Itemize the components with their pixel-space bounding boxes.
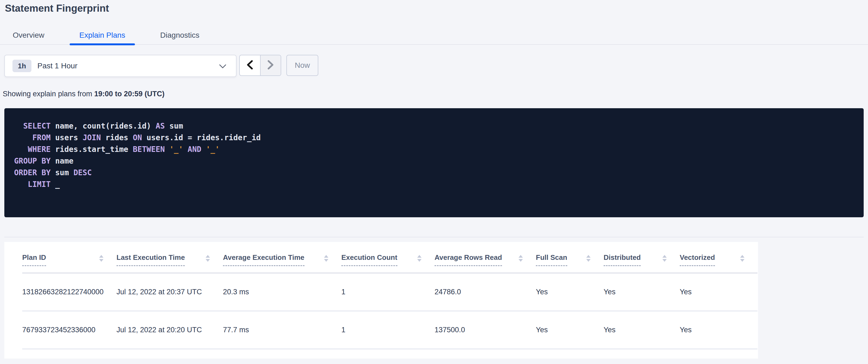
tab-explain-plans-label: Explain Plans <box>80 31 125 39</box>
sql-statement-block: SELECT name, count(rides.id) AS sum FROM… <box>4 108 864 217</box>
table-cell: Yes <box>536 311 603 349</box>
tabs-bar: Overview Explain Plans Diagnostics <box>0 26 868 45</box>
previous-range-button[interactable] <box>240 55 260 76</box>
table-cell: 24786.0 <box>435 273 536 311</box>
time-range-selected: Past 1 Hour <box>37 62 78 70</box>
sort-icon <box>324 255 328 262</box>
table-cell: Yes <box>536 273 603 311</box>
column-header-vectorized[interactable]: Vectorized <box>680 242 757 273</box>
sql-code-line: ORDER BY sum DESC <box>14 167 856 178</box>
sql-code-line: LIMIT _ <box>14 178 856 190</box>
showing-range-value: 19:00 to 20:59 (UTC) <box>94 90 165 98</box>
showing-range-prefix: Showing explain plans from <box>3 90 94 98</box>
table-cell: Yes <box>680 311 757 349</box>
column-header-execution-count[interactable]: Execution Count <box>341 242 435 273</box>
chevron-left-icon <box>247 60 253 71</box>
column-header-label: Execution Count <box>341 253 397 266</box>
table-row: 767933723452336000Jul 12, 2022 at 20:20 … <box>22 311 757 349</box>
plan-id-cell: 767933723452336000 <box>22 311 117 349</box>
tab-explain-plans[interactable]: Explain Plans <box>70 26 135 44</box>
sort-icon <box>740 255 744 262</box>
table-cell: Jul 12, 2022 at 20:20 UTC <box>117 311 223 349</box>
table-cell: 1 <box>341 273 435 311</box>
column-header-distributed[interactable]: Distributed <box>603 242 680 273</box>
tab-overview-label: Overview <box>13 31 44 39</box>
table-cell: Yes <box>603 273 680 311</box>
table-header-row: Plan IDLast Execution TimeAverage Execut… <box>22 242 757 273</box>
time-range-badge: 1h <box>12 60 31 72</box>
tab-overview[interactable]: Overview <box>3 26 54 44</box>
sql-code-line: SELECT name, count(rides.id) AS sum <box>14 120 856 132</box>
now-button-label: Now <box>295 61 310 70</box>
now-button[interactable]: Now <box>286 55 318 76</box>
column-header-label: Full Scan <box>536 253 567 266</box>
column-header-average-rows-read[interactable]: Average Rows Read <box>435 242 536 273</box>
showing-range-text: Showing explain plans from 19:00 to 20:5… <box>3 89 868 99</box>
sql-code-line: WHERE rides.start_time BETWEEN '_' AND '… <box>14 143 856 155</box>
sort-icon <box>586 255 591 262</box>
plan-id-cell: 13182663282122740000 <box>22 273 117 311</box>
explain-plans-table-card: Plan IDLast Execution TimeAverage Execut… <box>4 242 758 359</box>
chevron-right-icon <box>268 60 274 71</box>
next-range-button[interactable] <box>260 55 281 76</box>
section-divider <box>4 237 864 237</box>
column-header-plan-id[interactable]: Plan ID <box>22 242 117 273</box>
column-header-last-execution-time[interactable]: Last Execution Time <box>117 242 223 273</box>
table-cell: 137500.0 <box>435 311 536 349</box>
sql-code-line: FROM users JOIN rides ON users.id = ride… <box>14 132 856 143</box>
column-header-label: Average Rows Read <box>435 253 502 266</box>
column-header-label: Distributed <box>603 253 641 266</box>
sort-icon <box>206 255 210 262</box>
table-cell: 77.7 ms <box>223 311 341 349</box>
column-header-label: Vectorized <box>680 253 715 266</box>
chevron-down-icon <box>219 64 226 70</box>
column-header-full-scan[interactable]: Full Scan <box>536 242 603 273</box>
sort-icon <box>662 255 667 262</box>
table-cell: Yes <box>603 311 680 349</box>
explain-plans-table: Plan IDLast Execution TimeAverage Execut… <box>22 242 757 349</box>
table-cell: 1 <box>341 311 435 349</box>
page-title: Statement Fingerprint <box>5 2 868 15</box>
table-row: 13182663282122740000Jul 12, 2022 at 20:3… <box>22 273 757 311</box>
table-cell: 20.3 ms <box>223 273 341 311</box>
column-header-label: Average Execution Time <box>223 253 305 266</box>
column-header-average-execution-time[interactable]: Average Execution Time <box>223 242 341 273</box>
table-cell: Yes <box>680 273 757 311</box>
tab-diagnostics-label: Diagnostics <box>160 31 199 39</box>
table-cell: Jul 12, 2022 at 20:37 UTC <box>117 273 223 311</box>
sort-icon <box>417 255 422 262</box>
sort-icon <box>519 255 523 262</box>
column-header-label: Plan ID <box>22 253 46 266</box>
time-range-dropdown[interactable]: 1h Past 1 Hour <box>4 55 237 77</box>
time-range-stepper <box>239 55 281 76</box>
sort-icon <box>99 255 103 262</box>
tab-diagnostics[interactable]: Diagnostics <box>150 26 209 44</box>
time-controls-row: 1h Past 1 Hour Now <box>4 55 868 77</box>
column-header-label: Last Execution Time <box>117 253 185 266</box>
sql-code-line: GROUP BY name <box>14 155 856 167</box>
